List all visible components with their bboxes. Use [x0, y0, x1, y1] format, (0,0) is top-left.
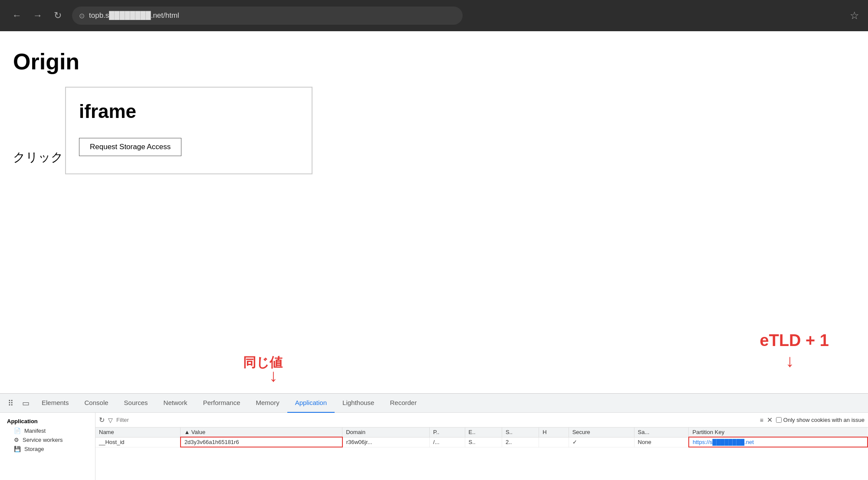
filter-options-icon[interactable]: ≡ — [760, 417, 763, 424]
tab-network[interactable]: Network — [156, 394, 195, 413]
filter-clear-button[interactable]: ✕ — [767, 416, 773, 424]
table-row[interactable]: __Host_id 2d3y3v66a1h65181r6 r36w06jr...… — [95, 437, 868, 447]
devtools-sidebar: Application 📄 Manifest ⚙ Service workers… — [0, 413, 95, 480]
col-expires[interactable]: E.. — [465, 428, 502, 437]
tab-sources[interactable]: Sources — [116, 394, 156, 413]
col-size[interactable]: S.. — [502, 428, 539, 437]
cell-size: 2.. — [502, 437, 539, 447]
manifest-icon: 📄 — [14, 428, 21, 434]
col-partition-key[interactable]: Partition Key — [689, 428, 868, 437]
security-icon: ⊙ — [79, 12, 85, 20]
tab-lighthouse[interactable]: Lighthouse — [335, 394, 382, 413]
devtools-content-area: ↻ ▽ ≡ ✕ Only show cookies with an issue — [95, 413, 868, 480]
cell-name: __Host_id — [95, 437, 181, 447]
url-text: topb.s████████.net/html — [89, 11, 179, 20]
col-name[interactable]: Name — [95, 428, 181, 437]
forward-button[interactable]: → — [30, 9, 46, 22]
back-button[interactable]: ← — [9, 9, 25, 22]
cookie-table: Name ▲ Value Domain P.. E.. S.. H Secure… — [95, 428, 868, 447]
devtools-inspect-button[interactable]: ⠿ — [3, 397, 18, 410]
arrow-same-value: ↓ — [269, 366, 278, 385]
iframe-container: iframe Request Storage Access — [65, 87, 312, 174]
cell-samesite: None — [634, 437, 689, 447]
tab-recorder[interactable]: Recorder — [382, 394, 424, 413]
only-show-issues-checkbox[interactable] — [776, 417, 782, 423]
cell-partition-key: https://s████████.net — [689, 437, 868, 447]
storage-icon: 💾 — [14, 446, 21, 452]
col-httponly[interactable]: H — [539, 428, 569, 437]
cell-httponly — [539, 437, 569, 447]
iframe-title: iframe — [79, 101, 299, 122]
col-secure[interactable]: Secure — [569, 428, 634, 437]
cookie-table-container: Name ▲ Value Domain P.. E.. S.. H Secure… — [95, 428, 868, 480]
cell-expires: S.. — [465, 437, 502, 447]
same-value-annotation: 同じ値 — [243, 355, 283, 369]
etld-annotation: eTLD + 1 — [760, 331, 829, 349]
col-path[interactable]: P.. — [430, 428, 465, 437]
only-show-issues-label[interactable]: Only show cookies with an issue — [776, 417, 865, 423]
col-value[interactable]: ▲ Value — [181, 428, 342, 437]
filter-bar: ↻ ▽ ≡ ✕ Only show cookies with an issue — [95, 413, 868, 428]
address-bar[interactable]: ⊙ topb.s████████.net/html — [72, 7, 463, 25]
request-storage-access-button[interactable]: Request Storage Access — [79, 138, 181, 156]
col-samesite[interactable]: Sa... — [634, 428, 689, 437]
cell-domain: r36w06jr... — [342, 437, 430, 447]
tab-console[interactable]: Console — [77, 394, 116, 413]
reload-button[interactable]: ↻ — [50, 9, 65, 22]
filter-refresh-button[interactable]: ↻ — [99, 416, 105, 424]
sidebar-item-storage[interactable]: 💾 Storage — [0, 444, 95, 454]
page-content: Origin iframe Request Storage Access クリッ… — [0, 31, 868, 393]
cell-path: /... — [430, 437, 465, 447]
click-label: クリック — [13, 149, 63, 166]
filter-input[interactable] — [116, 417, 756, 423]
sidebar-item-service-workers[interactable]: ⚙ Service workers — [0, 435, 95, 444]
tab-elements[interactable]: Elements — [34, 394, 77, 413]
bookmark-button[interactable]: ☆ — [850, 10, 859, 22]
col-domain[interactable]: Domain — [342, 428, 430, 437]
arrow-etld: ↓ — [786, 351, 794, 371]
nav-buttons: ← → ↻ — [9, 9, 65, 22]
browser-chrome: ← → ↻ ⊙ topb.s████████.net/html ☆ — [0, 0, 868, 31]
devtools-main: Application 📄 Manifest ⚙ Service workers… — [0, 413, 868, 480]
sidebar-item-manifest[interactable]: 📄 Manifest — [0, 426, 95, 435]
tab-performance[interactable]: Performance — [195, 394, 248, 413]
cell-secure: ✓ — [569, 437, 634, 447]
tab-application[interactable]: Application — [287, 394, 335, 413]
tab-memory[interactable]: Memory — [248, 394, 287, 413]
filter-right: ≡ ✕ Only show cookies with an issue — [760, 416, 865, 424]
cell-value: 2d3y3v66a1h65181r6 — [181, 437, 342, 447]
page-title: Origin — [13, 49, 855, 75]
sidebar-section-application: Application — [0, 416, 95, 426]
service-workers-icon: ⚙ — [14, 437, 19, 443]
devtools-panel: ⠿ ▭ Elements Console Sources Network Per… — [0, 393, 868, 480]
filter-icon: ▽ — [108, 417, 113, 424]
devtools-console-button[interactable]: ▭ — [18, 397, 34, 410]
devtools-tabs-bar: ⠿ ▭ Elements Console Sources Network Per… — [0, 394, 868, 413]
